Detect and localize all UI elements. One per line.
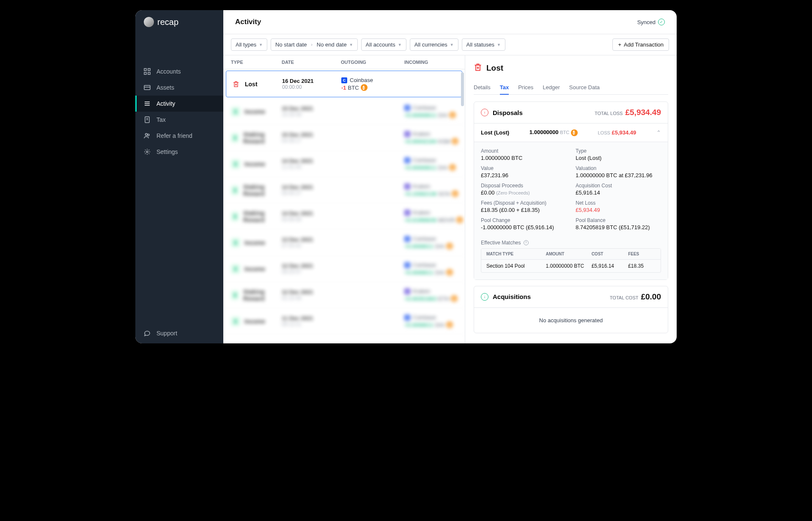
table-row[interactable]: ⬇Income 14 Dec 202111:52:45 CCoinbase+0.… <box>223 151 465 177</box>
col-date: DATE <box>282 60 341 65</box>
filter-bar: All types▼ No start date › No end date ▼… <box>223 34 677 55</box>
disposal-line-name: Lost (Lost) <box>481 129 509 136</box>
matches-table: MATCH TYPEAMOUNTCOSTFEES Section 104 Poo… <box>481 248 661 273</box>
transactions-table: TYPE DATE OUTGOING INCOMING Lost 16 Dec … <box>223 55 465 343</box>
chevron-down-icon: ▼ <box>259 43 263 47</box>
nav-assets[interactable]: Assets <box>135 80 223 96</box>
chevron-down-icon: ▼ <box>497 43 501 47</box>
main-area: Activity Synced ✓ All types▼ No start da… <box>223 10 677 343</box>
gear-icon <box>144 148 151 155</box>
chevron-down-icon: ▼ <box>349 43 353 47</box>
nav-label: Assets <box>156 84 174 91</box>
effective-matches-header: Effective Matches? <box>474 236 668 248</box>
svg-rect-0 <box>144 69 146 71</box>
amount-value: -1 <box>341 85 346 91</box>
filter-currencies[interactable]: All currencies▼ <box>410 38 458 51</box>
svg-rect-4 <box>144 85 150 90</box>
acquisitions-title: Acquisitions <box>493 293 531 300</box>
sync-label: Synced <box>637 19 656 25</box>
nav-refer[interactable]: Refer a friend <box>135 128 223 144</box>
svg-rect-2 <box>144 72 146 74</box>
table-row-selected[interactable]: Lost 16 Dec 2021 00:00:00 CCoinbase -1 B… <box>226 71 462 97</box>
svg-point-13 <box>148 134 149 136</box>
logo-text: recap <box>157 17 178 27</box>
nav-label: Settings <box>156 148 178 155</box>
page-title: Activity <box>235 18 261 26</box>
table-row[interactable]: ⬇Staking Reward 14 Dec 202100:06:56 KKra… <box>223 203 465 230</box>
acquisitions-panel: ↓Acquisitions TOTAL COST£0.00 No acquisi… <box>474 286 668 333</box>
tab-tax[interactable]: Tax <box>500 81 509 95</box>
nav-label: Accounts <box>156 68 181 75</box>
col-type: TYPE <box>231 60 282 65</box>
page-header: Activity Synced ✓ <box>223 10 677 34</box>
chevron-down-icon: ▼ <box>398 43 402 47</box>
coin-symbol: BTC <box>348 85 359 91</box>
no-acquisitions-message: No acquisitions generated <box>474 308 668 333</box>
filter-types[interactable]: All types▼ <box>231 38 267 51</box>
tab-details[interactable]: Details <box>474 81 491 94</box>
content-split: TYPE DATE OUTGOING INCOMING Lost 16 Dec … <box>223 55 677 343</box>
svg-point-12 <box>145 134 148 136</box>
users-icon <box>144 132 151 139</box>
table-header-row: TYPE DATE OUTGOING INCOMING <box>223 55 465 69</box>
card-icon <box>144 84 151 91</box>
nav-label: Tax <box>156 116 166 123</box>
col-outgoing: OUTGOING <box>341 60 404 65</box>
exchange-name: Coinbase <box>350 77 373 83</box>
support-label: Support <box>156 330 177 337</box>
date-value: 16 Dec 2021 <box>282 78 341 84</box>
table-row[interactable]: ⬇Income 13 Dec 202107:53:42 CCoinbase+0.… <box>223 230 465 256</box>
filter-date-range[interactable]: No start date › No end date ▼ <box>271 38 358 51</box>
logo: recap <box>135 10 223 34</box>
arrow-up-circle-icon: ↑ <box>481 109 488 116</box>
list-icon <box>144 100 151 107</box>
table-row[interactable]: ⬇Income 15 Dec 202110:29:38 CCoinbase+0.… <box>223 99 465 125</box>
document-icon <box>144 116 151 123</box>
help-icon[interactable]: ? <box>524 240 529 245</box>
total-cost-value: £0.00 <box>641 292 661 301</box>
trash-icon <box>231 80 241 89</box>
arrow-down-circle-icon: ↓ <box>481 293 488 301</box>
nav-activity[interactable]: Activity <box>135 96 223 112</box>
table-row[interactable]: ⬇Income 11 Dec 202109:13:21 CCoinbase+0.… <box>223 308 465 335</box>
chevron-up-icon[interactable]: ⌃ <box>656 129 661 136</box>
nav-label: Activity <box>156 100 175 107</box>
detail-panel: Lost Details Tax Prices Ledger Source Da… <box>465 55 677 343</box>
logo-icon <box>144 17 154 27</box>
disposals-panel: ↑Disposals TOTAL LOSS£5,934.49 Lost (Los… <box>474 101 668 280</box>
tab-ledger[interactable]: Ledger <box>543 81 560 94</box>
btc-icon: ₿ <box>361 84 368 91</box>
table-body[interactable]: Lost 16 Dec 2021 00:00:00 CCoinbase -1 B… <box>223 69 465 343</box>
nav-tax[interactable]: Tax <box>135 112 223 128</box>
disposals-title: Disposals <box>493 109 523 116</box>
filter-statuses[interactable]: All statuses▼ <box>462 38 505 51</box>
plus-icon: + <box>618 41 621 48</box>
sync-status: Synced ✓ <box>637 19 665 25</box>
disposal-fields: Amount1.00000000 BTC TypeLost (Lost) Val… <box>474 142 668 236</box>
add-transaction-button[interactable]: +Add Transaction <box>612 38 669 51</box>
detail-tabs: Details Tax Prices Ledger Source Data <box>474 81 668 95</box>
table-row[interactable]: ⬇Staking Reward 14 Dec 202109:40:37 KKra… <box>223 177 465 203</box>
detail-title: Lost <box>486 63 503 73</box>
svg-point-14 <box>146 151 148 153</box>
nav-settings[interactable]: Settings <box>135 144 223 160</box>
tab-prices[interactable]: Prices <box>518 81 533 94</box>
col-incoming: INCOMING <box>404 60 457 65</box>
total-cost-label: TOTAL COST <box>610 295 639 300</box>
sidebar: recap Accounts Assets Activity Tax Refer… <box>135 10 223 343</box>
grid-icon <box>144 68 151 75</box>
main-nav: Accounts Assets Activity Tax Refer a fri… <box>135 34 223 323</box>
table-row[interactable]: ⬇Income 12 Dec 202109:25:57 CCoinbase+0.… <box>223 256 465 282</box>
filter-accounts[interactable]: All accounts▼ <box>361 38 406 51</box>
nav-accounts[interactable]: Accounts <box>135 63 223 80</box>
time-value: 00:00:00 <box>282 84 341 90</box>
table-row[interactable]: ⬇Staking Reward 15 Dec 202104:39:17 KKra… <box>223 125 465 151</box>
tab-source-data[interactable]: Source Data <box>569 81 600 94</box>
table-row[interactable]: ⬇Staking Reward 12 Dec 202102:15:46 KKra… <box>223 282 465 308</box>
chat-icon <box>144 330 151 337</box>
check-circle-icon: ✓ <box>658 19 665 25</box>
coinbase-icon: C <box>341 77 347 83</box>
total-loss-label: TOTAL LOSS <box>595 111 623 116</box>
svg-rect-3 <box>148 72 150 74</box>
nav-support[interactable]: Support <box>135 323 223 343</box>
